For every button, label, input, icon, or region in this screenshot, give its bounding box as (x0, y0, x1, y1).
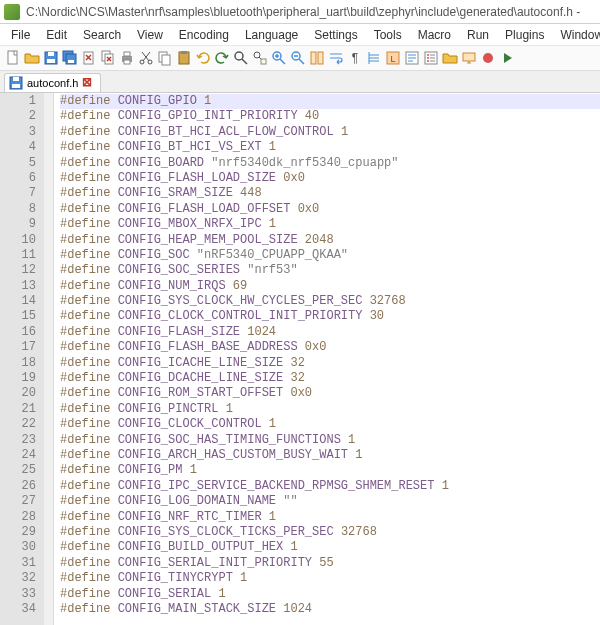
code-line[interactable]: #define CONFIG_GPIO_INIT_PRIORITY 40 (60, 109, 600, 124)
code-line[interactable]: #define CONFIG_SRAM_SIZE 448 (60, 186, 600, 201)
line-number: 1 (6, 94, 36, 109)
code-line[interactable]: #define CONFIG_ROM_START_OFFSET 0x0 (60, 386, 600, 401)
code-line[interactable]: #define CONFIG_SERIAL_INIT_PRIORITY 55 (60, 556, 600, 571)
code-line[interactable]: #define CONFIG_FLASH_LOAD_SIZE 0x0 (60, 171, 600, 186)
code-area[interactable]: #define CONFIG_GPIO 1#define CONFIG_GPIO… (54, 93, 600, 625)
code-line[interactable]: #define CONFIG_ARCH_HAS_CUSTOM_BUSY_WAIT… (60, 448, 600, 463)
macro-play-icon[interactable] (498, 49, 516, 67)
open-folder-icon[interactable] (23, 49, 41, 67)
menu-tools[interactable]: Tools (367, 26, 409, 44)
line-number: 33 (6, 587, 36, 602)
code-line[interactable]: #define CONFIG_PINCTRL 1 (60, 402, 600, 417)
tab-label: autoconf.h (27, 77, 78, 89)
code-line[interactable]: #define CONFIG_LOG_DOMAIN_NAME "" (60, 494, 600, 509)
close-icon[interactable] (80, 49, 98, 67)
line-number: 10 (6, 233, 36, 248)
svg-rect-2 (47, 59, 55, 63)
line-number: 9 (6, 217, 36, 232)
svg-rect-34 (463, 53, 475, 61)
new-file-icon[interactable] (4, 49, 22, 67)
menu-settings[interactable]: Settings (307, 26, 364, 44)
code-line[interactable]: #define CONFIG_SYS_CLOCK_HW_CYCLES_PER_S… (60, 294, 600, 309)
code-line[interactable]: #define CONFIG_CLOCK_CONTROL 1 (60, 417, 600, 432)
code-line[interactable]: #define CONFIG_FLASH_LOAD_OFFSET 0x0 (60, 202, 600, 217)
close-all-icon[interactable] (99, 49, 117, 67)
code-line[interactable]: #define CONFIG_SOC "nRF5340_CPUAPP_QKAA" (60, 248, 600, 263)
word-wrap-icon[interactable] (327, 49, 345, 67)
line-number: 27 (6, 494, 36, 509)
code-line[interactable]: #define CONFIG_BOARD "nrf5340dk_nrf5340_… (60, 156, 600, 171)
show-all-chars-icon[interactable]: ¶ (346, 49, 364, 67)
menu-view[interactable]: View (130, 26, 170, 44)
code-line[interactable]: #define CONFIG_NUM_IRQS 69 (60, 279, 600, 294)
code-line[interactable]: #define CONFIG_CLOCK_CONTROL_INIT_PRIORI… (60, 309, 600, 324)
menu-file[interactable]: File (4, 26, 37, 44)
replace-icon[interactable] (251, 49, 269, 67)
code-line[interactable]: #define CONFIG_MBOX_NRFX_IPC 1 (60, 217, 600, 232)
line-number: 19 (6, 371, 36, 386)
code-line[interactable]: #define CONFIG_BT_HCI_VS_EXT 1 (60, 140, 600, 155)
line-number: 24 (6, 448, 36, 463)
code-line[interactable]: #define CONFIG_MAIN_STACK_SIZE 1024 (60, 602, 600, 617)
line-number: 21 (6, 402, 36, 417)
app-icon (4, 4, 20, 20)
code-line[interactable]: #define CONFIG_GPIO 1 (60, 94, 600, 109)
menu-edit[interactable]: Edit (39, 26, 74, 44)
menu-encoding[interactable]: Encoding (172, 26, 236, 44)
code-line[interactable]: #define CONFIG_DCACHE_LINE_SIZE 32 (60, 371, 600, 386)
code-line[interactable]: #define CONFIG_BUILD_OUTPUT_HEX 1 (60, 540, 600, 555)
tab-close-icon[interactable]: ⊠ (82, 77, 94, 89)
save-icon[interactable] (42, 49, 60, 67)
code-line[interactable]: #define CONFIG_NRF_RTC_TIMER 1 (60, 510, 600, 525)
paste-icon[interactable] (175, 49, 193, 67)
line-number: 14 (6, 294, 36, 309)
undo-icon[interactable] (194, 49, 212, 67)
doc-map-icon[interactable] (403, 49, 421, 67)
zoom-in-icon[interactable] (270, 49, 288, 67)
code-line[interactable]: #define CONFIG_SYS_CLOCK_TICKS_PER_SEC 3… (60, 525, 600, 540)
folder-workspace-icon[interactable] (441, 49, 459, 67)
code-line[interactable]: #define CONFIG_ICACHE_LINE_SIZE 32 (60, 356, 600, 371)
svg-rect-0 (8, 51, 17, 64)
code-line[interactable]: #define CONFIG_PM 1 (60, 463, 600, 478)
func-list-icon[interactable] (422, 49, 440, 67)
line-number: 2 (6, 109, 36, 124)
macro-record-icon[interactable] (479, 49, 497, 67)
redo-icon[interactable] (213, 49, 231, 67)
svg-point-32 (427, 57, 429, 59)
code-line[interactable]: #define CONFIG_SERIAL 1 (60, 587, 600, 602)
menu-plugins[interactable]: Plugins (498, 26, 551, 44)
menu-macro[interactable]: Macro (411, 26, 458, 44)
code-line[interactable]: #define CONFIG_HEAP_MEM_POOL_SIZE 2048 (60, 233, 600, 248)
code-line[interactable]: #define CONFIG_BT_HCI_ACL_FLOW_CONTROL 1 (60, 125, 600, 140)
print-icon[interactable] (118, 49, 136, 67)
code-line[interactable]: #define CONFIG_FLASH_BASE_ADDRESS 0x0 (60, 340, 600, 355)
sync-scroll-icon[interactable] (308, 49, 326, 67)
code-line[interactable]: #define CONFIG_SOC_HAS_TIMING_FUNCTIONS … (60, 433, 600, 448)
menubar: FileEditSearchViewEncodingLanguageSettin… (0, 24, 600, 46)
menu-run[interactable]: Run (460, 26, 496, 44)
find-icon[interactable] (232, 49, 250, 67)
line-number: 23 (6, 433, 36, 448)
line-number: 13 (6, 279, 36, 294)
svg-rect-24 (311, 52, 316, 64)
editor[interactable]: 1234567891011121314151617181920212223242… (0, 93, 600, 625)
menu-window[interactable]: Window (553, 26, 600, 44)
menu-language[interactable]: Language (238, 26, 305, 44)
user-lang-icon[interactable]: L (384, 49, 402, 67)
code-line[interactable]: #define CONFIG_SOC_SERIES "nrf53" (60, 263, 600, 278)
menu-search[interactable]: Search (76, 26, 128, 44)
line-number: 30 (6, 540, 36, 555)
copy-icon[interactable] (156, 49, 174, 67)
cut-icon[interactable] (137, 49, 155, 67)
indent-guide-icon[interactable] (365, 49, 383, 67)
save-all-icon[interactable] (61, 49, 79, 67)
svg-point-35 (483, 53, 493, 63)
line-number: 29 (6, 525, 36, 540)
monitor-icon[interactable] (460, 49, 478, 67)
code-line[interactable]: #define CONFIG_TINYCRYPT 1 (60, 571, 600, 586)
zoom-out-icon[interactable] (289, 49, 307, 67)
code-line[interactable]: #define CONFIG_IPC_SERVICE_BACKEND_RPMSG… (60, 479, 600, 494)
tab-autoconf[interactable]: autoconf.h ⊠ (4, 73, 101, 92)
code-line[interactable]: #define CONFIG_FLASH_SIZE 1024 (60, 325, 600, 340)
